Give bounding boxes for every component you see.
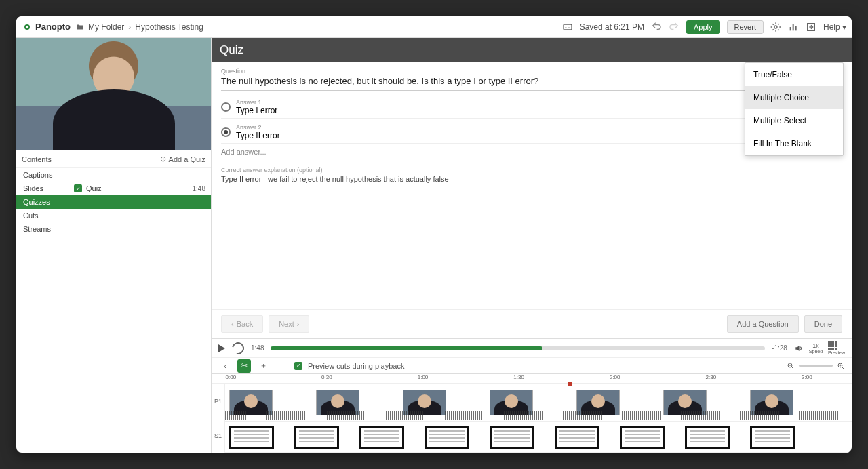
qtype-fillblank[interactable]: Fill In The Blank: [745, 132, 843, 155]
video-thumbnail[interactable]: [16, 38, 211, 150]
add-question-button[interactable]: Add a Question: [727, 315, 799, 333]
zoom-out-icon[interactable]: [787, 362, 795, 370]
explanation-input[interactable]: Type II error - we fail to reject the nu…: [221, 174, 842, 186]
svg-rect-6: [790, 27, 791, 30]
quiz-footer: ‹Back Next› Add a Question Done: [212, 309, 852, 338]
timeline-tools: ‹ ✂ ＋ ⋯ ✓ Preview cuts during playback: [212, 357, 852, 373]
grid-icon: [828, 341, 837, 350]
rewind-icon[interactable]: [230, 340, 247, 356]
track-label-s1: S1: [212, 418, 225, 453]
cut-tool-icon[interactable]: ✂: [237, 359, 251, 373]
svg-rect-3: [565, 27, 567, 28]
svg-line-14: [842, 367, 844, 369]
timeline-ruler[interactable]: 0:00 0:30 1:00 1:30 2:00 2:30 3:00: [212, 374, 852, 384]
quiz-editor: Question The null hypothesis is no rejec…: [212, 62, 852, 309]
stats-icon[interactable]: [788, 22, 799, 33]
zoom-in-icon[interactable]: [837, 362, 845, 370]
chevron-right-icon: ›: [128, 22, 131, 32]
left-panel: Contents ⊕ Add a Quiz Captions ✓ Quiz 1:…: [16, 38, 212, 453]
export-icon[interactable]: [806, 22, 816, 33]
quiz-list-item[interactable]: ✓ Quiz 1:48: [68, 182, 211, 195]
slide-clip[interactable]: [620, 426, 665, 449]
track-label-p1: P1: [212, 384, 225, 418]
gear-icon[interactable]: [770, 22, 781, 33]
panopto-icon: [22, 22, 33, 33]
qtype-truefalse[interactable]: True/False: [745, 63, 843, 86]
slide-track[interactable]: [225, 422, 852, 453]
svg-line-11: [792, 367, 794, 369]
brand-logo[interactable]: Panopto: [22, 22, 71, 33]
slide-clip[interactable]: [425, 426, 469, 449]
captions-icon[interactable]: [562, 22, 573, 33]
done-button[interactable]: Done: [804, 315, 842, 333]
question-type-dropdown[interactable]: True/False Multiple Choice Multiple Sele…: [745, 62, 844, 156]
volume-icon[interactable]: [794, 344, 804, 353]
breadcrumb: My Folder › Hypothesis Testing: [76, 22, 203, 32]
slide-clip[interactable]: [294, 426, 339, 449]
add-icon[interactable]: ＋: [256, 359, 270, 373]
preview-cuts-label[interactable]: Preview cuts during playback: [308, 362, 404, 370]
brand-name: Panopto: [35, 22, 71, 32]
slide-clip[interactable]: [685, 426, 730, 449]
remaining-time: -1:28: [772, 344, 787, 352]
nav-cuts[interactable]: Cuts: [16, 209, 211, 222]
play-icon[interactable]: [218, 344, 225, 352]
nav-quizzes[interactable]: Quizzes: [16, 195, 211, 209]
explanation-label: Correct answer explanation (optional): [221, 167, 842, 174]
radio-unselected-icon[interactable]: [221, 102, 231, 112]
chevron-left-icon: ‹: [231, 320, 234, 328]
help-menu[interactable]: Help ▾: [823, 22, 846, 32]
add-quiz-button[interactable]: ⊕ Add a Quiz: [160, 155, 205, 163]
next-button[interactable]: Next›: [269, 315, 309, 333]
progress-bar[interactable]: [271, 346, 765, 350]
video-track[interactable]: [225, 384, 852, 422]
slide-clip[interactable]: [490, 426, 534, 449]
breadcrumb-folder[interactable]: My Folder: [88, 22, 124, 32]
slide-clip[interactable]: [555, 426, 599, 449]
svg-point-5: [774, 26, 777, 28]
undo-icon[interactable]: [651, 22, 662, 33]
qtype-multiplechoice[interactable]: Multiple Choice: [745, 86, 843, 109]
nav-streams[interactable]: Streams: [16, 222, 211, 236]
nav-captions[interactable]: Captions: [16, 168, 211, 182]
svg-point-1: [26, 26, 28, 28]
svg-rect-7: [793, 24, 794, 30]
svg-rect-2: [564, 24, 572, 30]
quiz-header: Quiz: [212, 38, 852, 62]
back-button[interactable]: ‹Back: [221, 315, 263, 333]
slide-clip[interactable]: [229, 426, 274, 449]
slide-clip[interactable]: [359, 426, 404, 449]
radio-selected-icon[interactable]: [221, 127, 231, 137]
player-bar: 1:48 -1:28 1xSpeed Preview: [212, 338, 852, 357]
svg-rect-4: [568, 27, 570, 28]
check-icon: ✓: [74, 184, 82, 192]
plus-circle-icon: ⊕: [160, 155, 166, 163]
slide-clip[interactable]: [750, 426, 795, 449]
chevron-right-icon: ›: [297, 320, 300, 328]
apply-button[interactable]: Apply: [686, 20, 720, 34]
more-icon[interactable]: ⋯: [275, 359, 289, 373]
top-bar: Panopto My Folder › Hypothesis Testing S…: [16, 16, 852, 38]
nav-contents[interactable]: Contents: [22, 155, 52, 163]
playhead[interactable]: [570, 384, 570, 453]
saved-status: Saved at 6:21 PM: [580, 22, 644, 32]
preview-toggle[interactable]: Preview: [828, 341, 845, 355]
waveform: [225, 411, 852, 420]
zoom-slider[interactable]: [799, 365, 833, 367]
current-time: 1:48: [251, 344, 264, 352]
breadcrumb-title[interactable]: Hypothesis Testing: [135, 22, 203, 32]
revert-button[interactable]: Revert: [727, 20, 764, 34]
collapse-icon[interactable]: ‹: [218, 359, 232, 373]
qtype-multipleselect[interactable]: Multiple Select: [745, 109, 843, 132]
svg-rect-8: [795, 26, 797, 30]
timeline: 0:00 0:30 1:00 1:30 2:00 2:30 3:00 P1 S1: [212, 373, 852, 453]
folder-icon: [76, 23, 84, 31]
speed-control[interactable]: 1xSpeed: [809, 343, 823, 354]
redo-icon[interactable]: [669, 22, 679, 33]
checkbox-icon[interactable]: ✓: [294, 362, 302, 370]
